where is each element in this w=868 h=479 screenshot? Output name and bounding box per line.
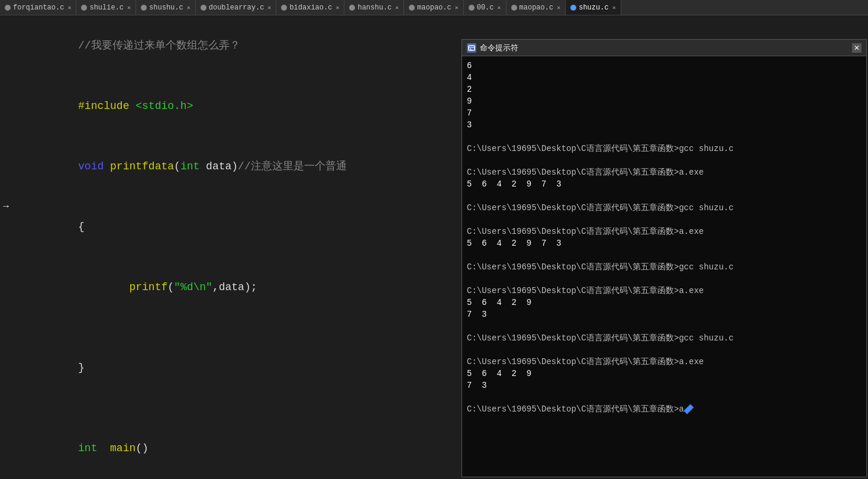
- term-line-19: [467, 273, 861, 285]
- main-area: //我要传递过来单个数组怎么弄？ #include <stdio.h> void…: [0, 15, 868, 479]
- tab-icon: [469, 5, 475, 11]
- tab-close-forqiantao[interactable]: ✕: [67, 4, 71, 11]
- term-line-8: C:\Users\19695\Desktop\C语言源代码\第五章函数>gcc …: [467, 143, 861, 155]
- code-line-3: void printfdata(int data)//注意这里是一个普通: [0, 136, 459, 197]
- tab-00[interactable]: 00.c ✕: [464, 0, 506, 15]
- term-line-2: 4: [467, 72, 861, 83]
- term-line-26: C:\Users\19695\Desktop\C语言源代码\第五章函数>a.ex…: [467, 356, 861, 368]
- term-line-29: [467, 391, 861, 403]
- code-content: //我要传递过来单个数组怎么弄？ #include <stdio.h> void…: [0, 15, 459, 479]
- tab-close-shulie[interactable]: ✕: [127, 4, 131, 11]
- tab-close-maopao2[interactable]: ✕: [557, 4, 560, 11]
- term-line-22: 7 3: [467, 308, 861, 320]
- term-line-14: [467, 214, 861, 226]
- code-line-1: //我要传递过来单个数组怎么弄？: [0, 15, 459, 76]
- line-indicator-4: →: [0, 197, 12, 217]
- term-line-21: 5 6 4 2 9: [467, 297, 861, 308]
- tab-icon: [570, 5, 576, 11]
- term-line-18: C:\Users\19695\Desktop\C语言源代码\第五章函数>gcc …: [467, 261, 861, 273]
- terminal-title: 命令提示符: [480, 43, 848, 53]
- line-content-2: #include <stdio.h>: [12, 76, 459, 136]
- terminal-icon: [467, 43, 476, 53]
- tab-close-hanshu[interactable]: ✕: [395, 4, 399, 11]
- term-line-10: C:\Users\19695\Desktop\C语言源代码\第五章函数>a.ex…: [467, 166, 861, 178]
- terminal-title-bar: 命令提示符 ✕: [462, 40, 866, 56]
- tab-bar: forqiantao.c ✕ shulie.c ✕ shushu.c ✕ dou…: [0, 0, 868, 15]
- term-line-23: [467, 320, 861, 332]
- tab-icon: [511, 5, 517, 11]
- term-line-5: 7: [467, 107, 861, 119]
- tab-close-shushu[interactable]: ✕: [187, 4, 191, 11]
- term-line-16: 5 6 4 2 9 7 3: [467, 237, 861, 249]
- term-line-4: 9: [467, 95, 861, 107]
- term-line-30: C:\Users\19695\Desktop\C语言源代码\第五章函数>a: [467, 403, 861, 415]
- term-line-25: [467, 344, 861, 356]
- tab-icon: [5, 5, 11, 11]
- tab-icon: [81, 5, 87, 11]
- tab-doublearray[interactable]: doublearray.c ✕: [196, 0, 277, 15]
- term-line-15: C:\Users\19695\Desktop\C语言源代码\第五章函数>a.ex…: [467, 226, 861, 237]
- terminal-close-button[interactable]: ✕: [852, 43, 861, 53]
- code-line-9: int main(): [0, 418, 459, 478]
- term-line-6: 3: [467, 119, 861, 131]
- tab-close-maopao[interactable]: ✕: [455, 4, 459, 11]
- tab-close-doublearray[interactable]: ✕: [267, 4, 271, 11]
- tab-forqiantao[interactable]: forqiantao.c ✕: [0, 0, 76, 15]
- tab-close-bidaxiao[interactable]: ✕: [335, 4, 339, 11]
- tab-bidaxiao[interactable]: bidaxiao.c ✕: [276, 0, 344, 15]
- term-line-24: C:\Users\19695\Desktop\C语言源代码\第五章函数>gcc …: [467, 332, 861, 344]
- term-line-17: [467, 249, 861, 261]
- line-content-3: void printfdata(int data)//注意这里是一个普通: [12, 136, 459, 197]
- term-line-28: 7 3: [467, 380, 861, 391]
- term-line-20: C:\Users\19695\Desktop\C语言源代码\第五章函数>a.ex…: [467, 285, 861, 297]
- line-content-4: {: [12, 197, 459, 257]
- tab-close-shuzu[interactable]: ✕: [612, 4, 616, 11]
- terminal-body: 6 4 2 9 7 3 C:\Users\19695\Desktop\C语言源代…: [462, 56, 866, 477]
- line-content-5: printf("%d\n",data);: [12, 257, 459, 317]
- tab-icon: [409, 5, 415, 11]
- tab-shulie[interactable]: shulie.c ✕: [76, 0, 136, 15]
- tab-shuzu[interactable]: shuzu.c ✕: [566, 0, 621, 15]
- term-line-27: 5 6 4 2 9: [467, 368, 861, 380]
- tab-icon: [141, 5, 147, 11]
- tab-maopao[interactable]: maopao.c ✕: [404, 0, 464, 15]
- tab-icon: [349, 5, 355, 11]
- line-content-1: //我要传递过来单个数组怎么弄？: [12, 15, 459, 76]
- line-content-7: }: [12, 337, 459, 398]
- code-line-7: }: [0, 337, 459, 398]
- tab-shushu[interactable]: shushu.c ✕: [136, 0, 196, 15]
- code-line-4: → {: [0, 197, 459, 257]
- code-line-6: [0, 317, 459, 337]
- terminal-window[interactable]: 命令提示符 ✕ 6 4 2 9 7 3 C:\Users\19695\Deskt…: [462, 39, 867, 477]
- term-line-12: [467, 190, 861, 202]
- tab-close-00[interactable]: ✕: [498, 4, 501, 11]
- term-line-11: 5 6 4 2 9 7 3: [467, 178, 861, 190]
- code-editor[interactable]: //我要传递过来单个数组怎么弄？ #include <stdio.h> void…: [0, 15, 459, 479]
- code-line-8: [0, 398, 459, 418]
- code-line-5: printf("%d\n",data);: [0, 257, 459, 317]
- tab-hanshu[interactable]: hanshu.c ✕: [344, 0, 404, 15]
- term-line-7: [467, 131, 861, 143]
- tab-icon: [281, 5, 287, 11]
- term-line-9: [467, 155, 861, 166]
- term-line-3: 2: [467, 83, 861, 95]
- code-line-2: #include <stdio.h>: [0, 76, 459, 136]
- term-line-1: 6: [467, 60, 861, 72]
- line-content-9: int main(): [12, 418, 459, 478]
- tab-icon: [201, 5, 206, 11]
- term-line-13: C:\Users\19695\Desktop\C语言源代码\第五章函数>gcc …: [467, 202, 861, 214]
- tab-maopao2[interactable]: maopao.c ✕: [506, 0, 566, 15]
